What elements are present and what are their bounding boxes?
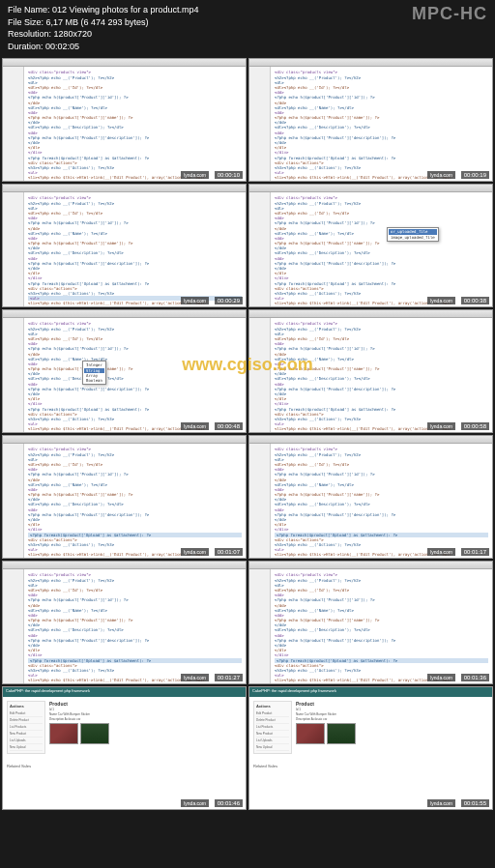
timestamp-badge: 00:00:19 (461, 171, 489, 179)
code-area: <div class="products view"> <h2><?php ec… (24, 318, 246, 432)
sidebar-link[interactable]: Edit Product (256, 710, 289, 717)
sidebar-link[interactable]: New Upload (256, 744, 289, 751)
editor-titlebar (3, 185, 246, 192)
sidebar-link[interactable]: Delete Product (10, 717, 43, 724)
editor-titlebar (249, 562, 492, 569)
editor-sidebar (3, 318, 24, 432)
code-area: <div class="products view"> <h2><?php ec… (271, 569, 492, 683)
thumbnail-6[interactable]: <div class="products view"> <h2><?php ec… (2, 435, 247, 559)
brand-badge: lynda.com (181, 297, 209, 304)
brand-badge: lynda.com (181, 799, 209, 807)
product-photo-car[interactable] (296, 723, 325, 744)
browser-header-bar: CakePHP: the rapid development php frame… (249, 687, 492, 697)
code-area: <div class="products view"> <h2><?php ec… (271, 444, 492, 558)
editor-sidebar (249, 192, 271, 306)
product-view: ProductId 1Name Car With Bumper StickerD… (296, 701, 488, 754)
editor-titlebar (3, 59, 246, 67)
thumbnail-9[interactable]: <div class="products view"> <h2><?php ec… (248, 561, 493, 684)
code-area: <div class="products view"> <h2><?php ec… (24, 569, 246, 683)
brand-badge: lynda.com (427, 674, 455, 681)
thumbnail-1[interactable]: <div class="products view"> <h2><?php ec… (248, 58, 493, 182)
thumbnail-4[interactable]: <div class="products view"> <h2><?php ec… (2, 309, 247, 433)
thumbnail-0[interactable]: <div class="products view"> <h2><?php ec… (2, 58, 247, 182)
editor-sidebar (3, 192, 24, 306)
code-area: <div class="products view"> <h2><?php ec… (271, 192, 492, 306)
product-view: ProductId 1Name Car With Bumper StickerD… (49, 701, 242, 754)
editor-titlebar (3, 436, 246, 444)
timestamp-badge: 00:01:17 (461, 548, 489, 556)
editor-titlebar (3, 562, 246, 569)
editor-sidebar (249, 67, 271, 181)
timestamp-badge: 00:01:36 (461, 674, 489, 681)
thumbnail-8[interactable]: <div class="products view"> <h2><?php ec… (2, 561, 247, 684)
timestamp-badge: 00:00:10 (215, 171, 243, 179)
timestamp-badge: 00:01:27 (215, 674, 243, 681)
editor-sidebar (3, 569, 24, 683)
brand-badge: lynda.com (181, 674, 209, 681)
editor-sidebar (3, 444, 24, 558)
sidebar-link[interactable]: New Product (10, 731, 43, 738)
sidebar-link[interactable]: List Products (10, 724, 43, 731)
timestamp-badge: 00:01:07 (215, 548, 243, 556)
thumbnail-10[interactable]: CakePHP: the rapid development php frame… (2, 686, 247, 810)
sidebar-link[interactable]: Delete Product (256, 717, 289, 724)
sidebar-link[interactable]: List Products (256, 724, 289, 731)
thumbnail-11[interactable]: CakePHP: the rapid development php frame… (248, 686, 493, 810)
brand-badge: lynda.com (181, 548, 209, 556)
thumbnail-3[interactable]: <div class="products view"> <h2><?php ec… (248, 184, 493, 307)
brand-badge: lynda.com (427, 799, 455, 807)
timestamp-badge: 00:00:58 (461, 422, 489, 430)
code-area: <div class="products view"> <h2><?php ec… (271, 67, 492, 181)
sidebar-link[interactable]: Edit Product (10, 710, 43, 717)
timestamp-badge: 00:01:46 (215, 799, 243, 807)
code-area: <div class="products view"> <h2><?php ec… (24, 444, 246, 558)
browser-header-bar: CakePHP: the rapid development php frame… (3, 687, 246, 697)
brand-badge: lynda.com (181, 171, 209, 179)
actions-sidebar: ActionsEdit ProductDelete ProductList Pr… (7, 701, 45, 754)
brand-badge: lynda.com (181, 422, 209, 430)
autocomplete-popup[interactable]: IntegerStringArrayBoolean (82, 361, 106, 385)
brand-badge: lynda.com (427, 297, 455, 304)
editor-titlebar (249, 185, 492, 192)
code-area: <div class="products view"> <h2><?php ec… (24, 67, 246, 181)
product-photo-forest[interactable] (327, 723, 356, 744)
editor-titlebar (3, 310, 246, 318)
thumbnail-2[interactable]: <div class="products view"> <h2><?php ec… (2, 184, 247, 307)
thumbnail-5[interactable]: <div class="products view"> <h2><?php ec… (248, 309, 493, 433)
sidebar-link[interactable]: List Uploads (256, 738, 289, 744)
thumbnail-grid: <div class="products view"> <h2><?php ec… (0, 56, 495, 812)
product-photo-forest[interactable] (80, 723, 109, 744)
autocomplete-popup[interactable]: or_uploaded_fileimage_uploaded_file (387, 227, 439, 241)
editor-sidebar (249, 569, 271, 683)
thumbnail-7[interactable]: <div class="products view"> <h2><?php ec… (248, 435, 493, 559)
product-photo-car[interactable] (49, 723, 78, 744)
sidebar-link[interactable]: New Upload (10, 744, 43, 751)
editor-sidebar (3, 67, 24, 181)
editor-titlebar (249, 310, 492, 318)
brand-badge: lynda.com (427, 422, 455, 430)
editor-titlebar (249, 59, 492, 67)
timestamp-badge: 00:00:48 (215, 422, 243, 430)
actions-sidebar: ActionsEdit ProductDelete ProductList Pr… (253, 701, 292, 754)
editor-sidebar (249, 318, 271, 432)
code-area: <div class="products view"> <h2><?php ec… (24, 192, 246, 306)
player-logo: MPC-HC (412, 4, 487, 24)
brand-badge: lynda.com (427, 171, 455, 179)
timestamp-badge: 00:00:29 (215, 297, 243, 304)
code-area: <div class="products view"> <h2><?php ec… (271, 318, 492, 432)
timestamp-badge: 00:00:38 (461, 297, 489, 304)
editor-sidebar (249, 444, 271, 558)
file-info-header: File Name: 012 Viewing photos for a prod… (0, 0, 495, 56)
sidebar-link[interactable]: List Uploads (10, 738, 43, 744)
timestamp-badge: 00:01:55 (461, 799, 489, 807)
brand-badge: lynda.com (427, 548, 455, 556)
file-metadata: File Name: 012 Viewing photos for a prod… (8, 4, 198, 52)
editor-titlebar (249, 436, 492, 444)
sidebar-link[interactable]: New Product (256, 731, 289, 738)
